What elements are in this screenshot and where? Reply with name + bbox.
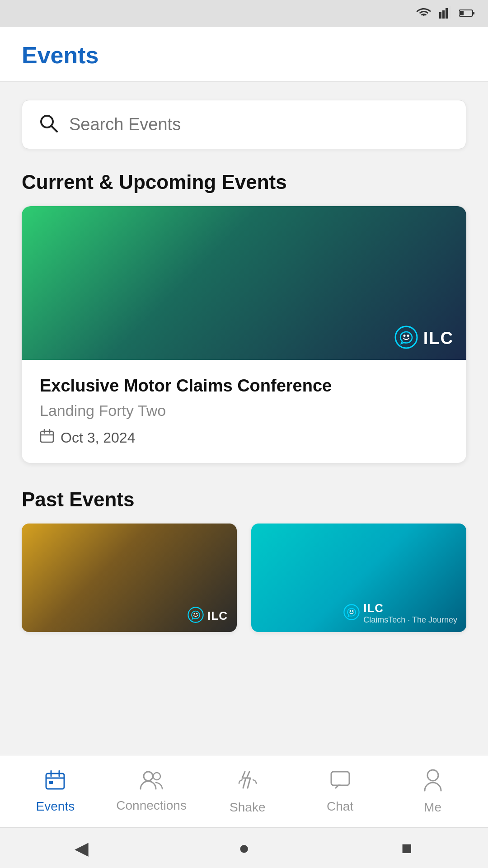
event-card-body: Exclusive Motor Claims Conference Landin… xyxy=(22,360,466,463)
android-home-button[interactable]: ● xyxy=(226,830,262,866)
status-bar xyxy=(0,0,488,27)
past-event-card-2[interactable]: ILC ClaimsTech · The Journey xyxy=(251,524,466,632)
nav-chat-icon xyxy=(329,769,351,796)
signal-icon xyxy=(439,6,452,22)
svg-point-24 xyxy=(427,770,438,781)
past-event-2-image: ILC ClaimsTech · The Journey xyxy=(251,524,466,632)
svg-point-15 xyxy=(344,604,359,619)
main-content: Current & Upcoming Events ILC Exclusive … xyxy=(0,82,488,755)
svg-rect-2 xyxy=(446,8,448,19)
search-bar[interactable] xyxy=(22,100,466,149)
nav-events[interactable]: Events xyxy=(23,769,87,814)
ilc-logo: ILC xyxy=(394,326,454,351)
past-event-2-logo-icon xyxy=(343,604,360,622)
svg-rect-1 xyxy=(442,10,445,19)
past-event-2-logo: ILC ClaimsTech · The Journey xyxy=(343,601,457,625)
svg-rect-3 xyxy=(449,6,451,19)
svg-point-9 xyxy=(395,326,417,348)
wifi-icon xyxy=(416,6,432,21)
past-event-1-logo: ILC xyxy=(188,607,228,625)
svg-rect-10 xyxy=(41,431,53,442)
ilc-logo-icon xyxy=(394,326,418,351)
event-card-large[interactable]: ILC Exclusive Motor Claims Conference La… xyxy=(22,206,466,463)
past-event-1-logo-text: ILC xyxy=(207,609,228,623)
svg-point-14 xyxy=(188,607,203,622)
page-title: Events xyxy=(22,42,99,68)
android-recent-button[interactable]: ■ xyxy=(389,830,425,866)
battery-icon xyxy=(459,6,474,21)
svg-rect-16 xyxy=(46,774,64,789)
past-event-2-sub-text: ClaimsTech · The Journey xyxy=(363,615,457,625)
nav-connections[interactable]: Connections xyxy=(116,770,187,813)
nav-events-label: Events xyxy=(36,799,75,814)
svg-point-21 xyxy=(144,772,153,781)
nav-shake-icon xyxy=(236,768,259,797)
svg-rect-23 xyxy=(331,772,349,785)
nav-shake[interactable]: Shake xyxy=(216,768,279,815)
svg-line-8 xyxy=(52,126,57,132)
past-event-card-1[interactable]: ILC xyxy=(22,524,237,632)
svg-rect-20 xyxy=(49,781,53,784)
bottom-nav: Events Connections Shake xyxy=(0,755,488,827)
event-date: Oct 3, 2024 xyxy=(40,429,448,447)
calendar-icon xyxy=(40,429,54,447)
nav-connections-label: Connections xyxy=(116,798,187,813)
nav-connections-icon xyxy=(140,770,163,795)
past-event-1-image: ILC xyxy=(22,524,237,632)
past-event-2-logo-text: ILC xyxy=(363,601,457,615)
svg-rect-6 xyxy=(460,11,464,15)
svg-rect-0 xyxy=(439,12,441,19)
event-date-text: Oct 3, 2024 xyxy=(61,429,135,446)
current-events-section-title: Current & Upcoming Events xyxy=(22,171,466,193)
ilc-logo-text: ILC xyxy=(423,329,454,348)
android-nav: ◀ ● ■ xyxy=(0,827,488,868)
search-icon xyxy=(38,113,58,136)
android-back-button[interactable]: ◀ xyxy=(63,830,99,866)
header: Events xyxy=(0,27,488,82)
nav-events-icon xyxy=(44,769,66,796)
svg-rect-5 xyxy=(473,12,474,14)
past-events-grid: ILC ILC C xyxy=(22,524,466,632)
past-events-section-title: Past Events xyxy=(22,488,466,511)
svg-point-22 xyxy=(153,773,160,780)
nav-me[interactable]: Me xyxy=(401,768,465,815)
nav-me-label: Me xyxy=(424,800,441,815)
nav-chat-label: Chat xyxy=(327,799,353,814)
search-input[interactable] xyxy=(69,115,450,134)
event-card-image: ILC xyxy=(22,206,466,360)
event-title: Exclusive Motor Claims Conference xyxy=(40,376,448,396)
past-event-1-logo-icon xyxy=(188,607,204,625)
nav-me-icon xyxy=(423,768,443,797)
event-venue: Landing Forty Two xyxy=(40,402,448,420)
nav-chat[interactable]: Chat xyxy=(309,769,372,814)
nav-shake-label: Shake xyxy=(230,800,265,815)
